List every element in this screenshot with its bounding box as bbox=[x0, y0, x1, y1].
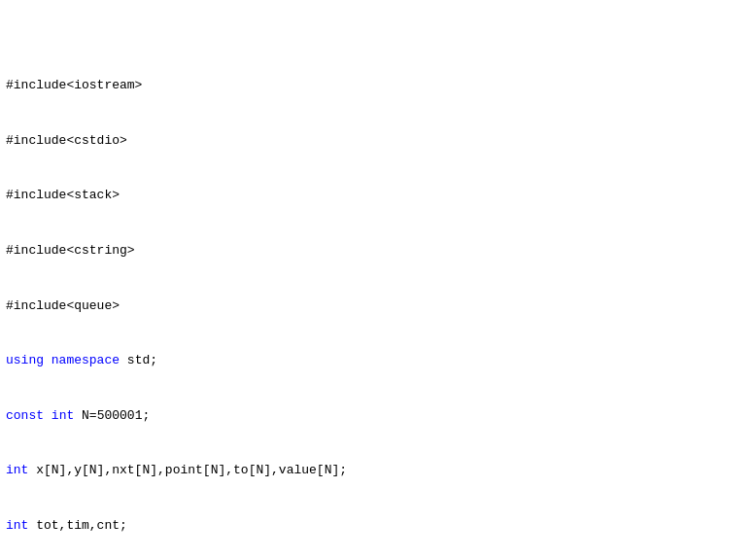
code-line: #include<cstdio> bbox=[6, 132, 750, 151]
code-line: int x[N],y[N],nxt[N],point[N],to[N],valu… bbox=[6, 462, 750, 480]
code-line: int tot,tim,cnt; bbox=[6, 517, 750, 536]
code-line: #include<queue> bbox=[6, 297, 750, 316]
code-line: const int N=500001; bbox=[6, 407, 750, 426]
code-line: using namespace std; bbox=[6, 352, 750, 370]
code-line: #include<stack> bbox=[6, 187, 750, 205]
code-line: #include<iostream> bbox=[6, 77, 750, 95]
code-container: #include<iostream> #include<cstdio> #inc… bbox=[0, 0, 756, 558]
code-line: #include<cstring> bbox=[6, 242, 750, 261]
